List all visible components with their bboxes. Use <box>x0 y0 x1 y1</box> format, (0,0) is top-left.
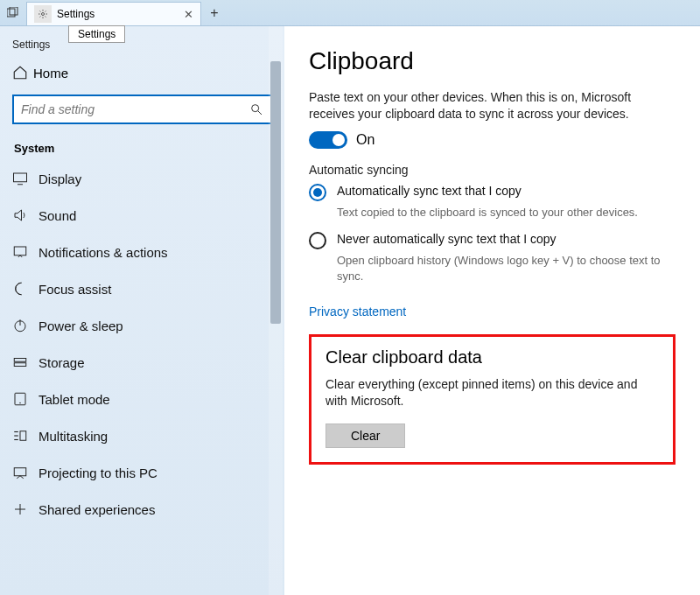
radio-never-sync[interactable]: Never automatically sync text that I cop… <box>309 232 676 249</box>
page-title: Clipboard <box>309 47 676 75</box>
radio-hint: Open clipboard history (Windows logo key… <box>337 253 676 284</box>
svg-rect-5 <box>14 173 27 182</box>
close-icon[interactable]: ✕ <box>184 8 193 21</box>
nav-label: Projecting to this PC <box>38 466 158 480</box>
nav-notifications[interactable]: Notifications & actions <box>0 234 284 270</box>
sound-icon <box>12 207 38 223</box>
svg-rect-11 <box>14 363 26 367</box>
tasks-icon[interactable] <box>0 0 26 25</box>
nav-shared-experiences[interactable]: Shared experiences <box>0 491 284 528</box>
nav-sound[interactable]: Sound <box>0 197 284 234</box>
svg-rect-10 <box>14 359 26 362</box>
nav-display[interactable]: Display <box>0 160 284 197</box>
nav-group-system: System <box>0 136 284 160</box>
tab-tooltip: Settings <box>68 25 125 43</box>
toggle-label: On <box>356 132 374 148</box>
moon-icon <box>12 281 38 297</box>
svg-point-13 <box>19 402 21 404</box>
svg-point-3 <box>252 105 259 112</box>
tablet-icon <box>12 391 38 407</box>
shared-icon <box>12 501 38 517</box>
title-bar: Settings ✕ + <box>0 0 700 26</box>
nav-tablet-mode[interactable]: Tablet mode <box>0 381 284 417</box>
svg-point-2 <box>42 13 45 16</box>
svg-rect-17 <box>20 431 26 441</box>
storage-icon <box>12 354 38 370</box>
clear-button[interactable]: Clear <box>326 424 405 448</box>
search-box[interactable] <box>12 94 272 124</box>
new-tab-button[interactable]: + <box>201 0 228 25</box>
nav-label: Storage <box>38 355 85 370</box>
auto-sync-heading: Automatic syncing <box>309 163 676 177</box>
display-icon <box>12 171 38 186</box>
nav-label: Focus assist <box>38 282 111 297</box>
nav-home-label: Home <box>33 66 68 80</box>
sync-toggle[interactable] <box>309 131 347 149</box>
radio-dot-icon <box>309 184 326 201</box>
nav-label: Tablet mode <box>38 392 110 407</box>
search-icon <box>249 102 263 116</box>
gear-icon <box>34 5 52 23</box>
nav-storage[interactable]: Storage <box>0 344 284 381</box>
search-input[interactable] <box>21 102 249 116</box>
radio-label: Never automatically sync text that I cop… <box>337 232 556 246</box>
nav-label: Notifications & actions <box>38 245 168 260</box>
clear-heading: Clear clipboard data <box>326 347 659 368</box>
clear-description: Clear everything (except pinned items) o… <box>326 376 659 410</box>
intro-text: Paste text on your other devices. When t… <box>309 89 676 122</box>
svg-rect-7 <box>14 247 26 256</box>
radio-hint: Text copied to the clipboard is synced t… <box>337 205 676 220</box>
home-icon <box>12 65 33 80</box>
browser-tab[interactable]: Settings ✕ <box>26 2 201 25</box>
radio-auto-sync[interactable]: Automatically sync text that I copy <box>309 184 676 201</box>
svg-rect-1 <box>10 7 18 15</box>
nav-home[interactable]: Home <box>0 58 284 88</box>
nav-projecting[interactable]: Projecting to this PC <box>0 454 284 491</box>
nav-label: Multitasking <box>38 429 108 444</box>
privacy-link[interactable]: Privacy statement <box>309 304 406 318</box>
clear-clipboard-section: Clear clipboard data Clear everything (e… <box>309 334 676 465</box>
notifications-icon <box>12 244 38 260</box>
power-icon <box>12 318 38 333</box>
radio-dot-icon <box>309 232 326 249</box>
nav-label: Sound <box>38 208 76 223</box>
radio-label: Automatically sync text that I copy <box>337 184 522 198</box>
main-panel: Clipboard Paste text on your other devic… <box>284 26 700 595</box>
nav-focus-assist[interactable]: Focus assist <box>0 270 284 307</box>
nav-multitasking[interactable]: Multitasking <box>0 417 284 454</box>
sidebar: Settings Home System Display Sound Notif… <box>0 26 284 595</box>
multitasking-icon <box>12 428 38 444</box>
tab-label: Settings <box>57 8 94 20</box>
app-title: Settings <box>0 35 284 58</box>
nav-label: Shared experiences <box>38 502 155 517</box>
svg-rect-18 <box>14 468 26 476</box>
svg-rect-0 <box>7 9 15 17</box>
svg-line-4 <box>258 111 262 115</box>
sidebar-scrollbar[interactable] <box>269 26 283 595</box>
nav-label: Display <box>38 172 81 186</box>
projecting-icon <box>12 465 38 480</box>
nav-power-sleep[interactable]: Power & sleep <box>0 307 284 344</box>
nav-label: Power & sleep <box>38 318 123 333</box>
